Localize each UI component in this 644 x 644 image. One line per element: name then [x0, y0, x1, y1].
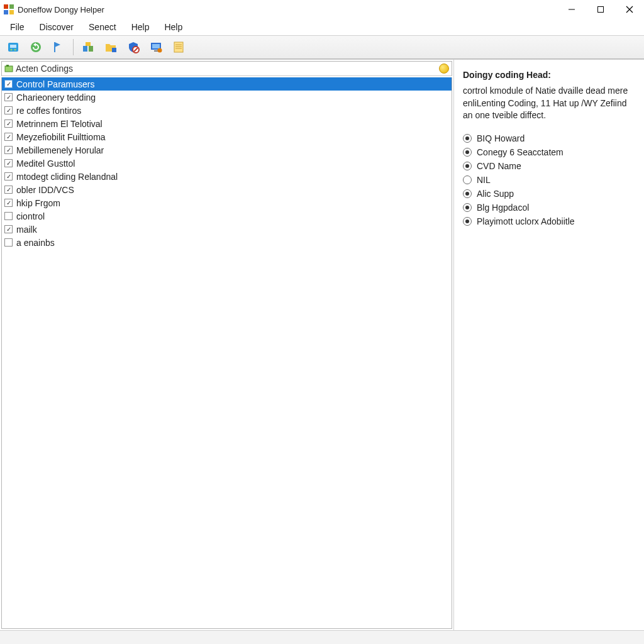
maximize-button[interactable]: [586, 0, 615, 19]
tool-folder-icon[interactable]: [101, 38, 120, 57]
svg-rect-2: [4, 10, 8, 14]
option-label: Blg Hgpdacol: [477, 203, 529, 213]
list-item-label: Metrinnem El Telotival: [16, 119, 103, 129]
checkbox-icon[interactable]: [4, 80, 13, 88]
option-row[interactable]: Conegy 6 Seacctatem: [463, 147, 635, 157]
app-icon: [4, 4, 14, 14]
option-row[interactable]: Blg Hgpdacol: [463, 203, 635, 213]
checkbox-icon[interactable]: [4, 186, 13, 194]
tool-flag-icon[interactable]: [49, 38, 68, 57]
tool-blocks-icon[interactable]: [79, 38, 97, 57]
option-label: Conegy 6 Seacctatem: [477, 147, 564, 157]
svg-rect-15: [83, 46, 87, 52]
list-item-label: Control Paramusers: [16, 79, 95, 89]
svg-point-24: [158, 48, 162, 53]
menu-discover[interactable]: Discover: [32, 20, 81, 34]
menu-senect[interactable]: Senect: [81, 20, 124, 34]
checkbox-icon[interactable]: [4, 106, 13, 114]
list-item[interactable]: mtodegt cliding Relandnal: [2, 170, 452, 183]
svg-point-11: [14, 49, 16, 51]
menu-help[interactable]: Help: [124, 20, 157, 34]
list-item-label: a enainbs: [16, 238, 55, 248]
svg-point-10: [11, 49, 13, 51]
svg-rect-25: [174, 42, 183, 52]
checkbox-icon[interactable]: [4, 238, 13, 247]
minimize-button[interactable]: [557, 0, 586, 19]
menu-file[interactable]: File: [3, 20, 32, 34]
option-row[interactable]: Playimott uclorx Adobiitle: [463, 216, 635, 226]
list-item[interactable]: Charieonery tedding: [2, 91, 452, 104]
radio-icon[interactable]: [463, 203, 472, 212]
checkbox-icon[interactable]: [4, 159, 13, 167]
list-item[interactable]: Meditel Gusttol: [2, 157, 452, 170]
svg-rect-3: [9, 10, 14, 14]
list-item[interactable]: Mebillemenely Horular: [2, 143, 452, 157]
details-panel: Doingy coding Head: cortrol kmodule of N…: [454, 60, 644, 630]
checkbox-icon[interactable]: [4, 133, 13, 141]
tool-connect-icon[interactable]: [4, 38, 23, 57]
radio-icon[interactable]: [463, 175, 472, 184]
svg-rect-18: [112, 48, 116, 52]
radio-icon[interactable]: [463, 189, 472, 198]
list-item[interactable]: Control Paramusers: [2, 77, 452, 91]
list-item[interactable]: ciontrol: [2, 209, 452, 223]
close-button[interactable]: [615, 0, 644, 19]
svg-rect-23: [154, 50, 158, 52]
list-item-label: Meditel Gusttol: [16, 158, 75, 169]
titlebar: Doneffow Dongy Helper: [0, 0, 644, 19]
menubar: File Discover Senect Help Help: [0, 19, 644, 35]
list-item-label: obler IDD/VCS: [16, 185, 74, 195]
list-item-label: mailk: [16, 225, 37, 235]
list-item-label: hkip Frgom: [16, 198, 60, 208]
list-item[interactable]: re coffes fontiros: [2, 104, 452, 117]
coin-icon[interactable]: [439, 64, 449, 74]
radio-icon[interactable]: [463, 217, 472, 226]
checkbox-icon[interactable]: [4, 146, 13, 154]
toolbar-separator: [73, 39, 74, 55]
checkbox-icon[interactable]: [4, 199, 13, 207]
item-list[interactable]: Control ParamusersCharieonery teddingre …: [1, 77, 452, 629]
panel-header: Acten Codings: [1, 61, 452, 76]
checkbox-icon[interactable]: [4, 212, 13, 220]
list-item[interactable]: obler IDD/VCS: [2, 183, 452, 196]
option-row[interactable]: NIL: [463, 175, 635, 185]
tool-refresh-icon[interactable]: [26, 38, 45, 57]
svg-rect-17: [86, 42, 91, 46]
svg-rect-22: [152, 44, 160, 48]
list-item[interactable]: a enainbs: [2, 236, 452, 249]
tool-monitor-icon[interactable]: [147, 38, 165, 57]
menu-help-2[interactable]: Help: [157, 20, 190, 34]
option-label: BIQ Howard: [477, 133, 525, 143]
list-item-label: Meyzefiobilit Fuilttioma: [16, 132, 106, 142]
list-item[interactable]: hkip Frgom: [2, 196, 452, 209]
svg-rect-16: [89, 46, 93, 52]
option-row[interactable]: Alic Supp: [463, 189, 635, 199]
radio-icon[interactable]: [463, 162, 472, 170]
checkbox-icon[interactable]: [4, 172, 13, 180]
main-area: Acten Codings Control ParamusersCharieon…: [0, 59, 644, 630]
radio-icon[interactable]: [463, 148, 472, 157]
option-row[interactable]: CVD Name: [463, 161, 635, 171]
options-list: BIQ HowardConegy 6 SeacctatemCVD NameNIL…: [463, 133, 635, 226]
option-row[interactable]: BIQ Howard: [463, 133, 635, 143]
left-panel: Acten Codings Control ParamusersCharieon…: [0, 60, 454, 630]
list-item[interactable]: mailk: [2, 223, 452, 236]
checkbox-icon[interactable]: [4, 225, 13, 233]
list-item-label: ciontrol: [16, 211, 45, 221]
radio-icon[interactable]: [463, 134, 472, 143]
option-label: CVD Name: [477, 161, 521, 171]
checkbox-icon[interactable]: [4, 93, 13, 101]
svg-rect-29: [5, 66, 13, 72]
option-label: NIL: [477, 175, 491, 185]
list-item-label: mtodegt cliding Relandnal: [16, 172, 118, 182]
list-item[interactable]: Meyzefiobilit Fuilttioma: [2, 130, 452, 143]
tool-notes-icon[interactable]: [169, 38, 188, 57]
list-item[interactable]: Metrinnem El Telotival: [2, 117, 452, 130]
checkbox-icon[interactable]: [4, 119, 13, 128]
window-title: Doneffow Dongy Helper: [18, 5, 557, 14]
svg-rect-30: [6, 65, 9, 67]
list-item-label: Charieonery tedding: [16, 92, 96, 103]
svg-rect-5: [598, 7, 604, 13]
panel-header-icon: [4, 64, 13, 73]
tool-shield-icon[interactable]: [124, 38, 143, 57]
